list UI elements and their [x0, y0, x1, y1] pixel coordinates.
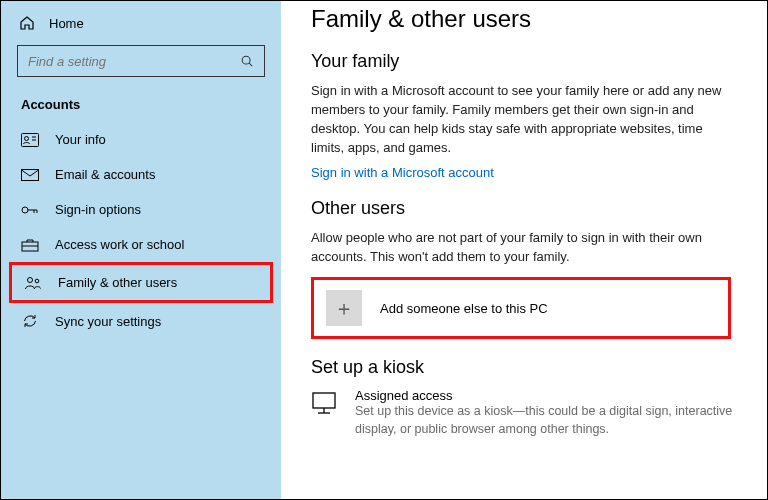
assigned-access-subtitle: Set up this device as a kiosk—this could…: [355, 403, 737, 438]
kiosk-heading: Set up a kiosk: [311, 357, 737, 378]
search-icon: [240, 54, 254, 68]
sidebar-item-sync[interactable]: Sync your settings: [9, 303, 273, 339]
home-link[interactable]: Home: [9, 11, 273, 39]
sidebar-item-email-accounts[interactable]: Email & accounts: [9, 157, 273, 192]
plus-icon: ＋: [326, 290, 362, 326]
family-heading: Your family: [311, 51, 737, 72]
sidebar-item-label: Email & accounts: [55, 167, 155, 182]
sidebar-item-label: Family & other users: [58, 275, 177, 290]
sidebar-item-work-school[interactable]: Access work or school: [9, 227, 273, 262]
kiosk-monitor-icon: [311, 388, 337, 416]
briefcase-icon: [21, 238, 39, 252]
svg-point-3: [25, 136, 29, 140]
sidebar-item-signin-options[interactable]: Sign-in options: [9, 192, 273, 227]
svg-point-14: [35, 279, 39, 283]
assigned-access-title: Assigned access: [355, 388, 737, 403]
signin-link[interactable]: Sign in with a Microsoft account: [311, 165, 494, 180]
search-input-container[interactable]: [17, 45, 265, 77]
key-icon: [21, 204, 39, 216]
mail-icon: [21, 169, 39, 181]
add-someone-label: Add someone else to this PC: [380, 301, 548, 316]
search-input[interactable]: [28, 54, 240, 69]
page-title: Family & other users: [311, 5, 737, 33]
svg-rect-6: [22, 169, 39, 180]
sidebar-item-label: Access work or school: [55, 237, 184, 252]
sidebar-nav: Your info Email & accounts Sign-in optio…: [9, 122, 273, 339]
add-someone-button[interactable]: ＋ Add someone else to this PC: [311, 277, 731, 339]
svg-point-13: [28, 277, 33, 282]
other-users-description: Allow people who are not part of your fa…: [311, 229, 731, 267]
people-icon: [24, 276, 42, 290]
svg-point-7: [22, 207, 28, 213]
sync-icon: [21, 313, 39, 329]
home-label: Home: [49, 16, 84, 31]
sidebar-item-label: Sync your settings: [55, 314, 161, 329]
sidebar-item-label: Sign-in options: [55, 202, 141, 217]
family-description: Sign in with a Microsoft account to see …: [311, 82, 731, 157]
home-icon: [19, 15, 35, 31]
svg-point-0: [242, 56, 250, 64]
sidebar-item-your-info[interactable]: Your info: [9, 122, 273, 157]
assigned-access-item[interactable]: Assigned access Set up this device as a …: [311, 388, 737, 438]
settings-sidebar: Home Accounts Your info Email & accounts: [1, 1, 281, 499]
person-card-icon: [21, 133, 39, 147]
main-content: Family & other users Your family Sign in…: [281, 1, 767, 499]
sidebar-section-label: Accounts: [9, 87, 273, 116]
sidebar-item-family-users[interactable]: Family & other users: [9, 262, 273, 303]
other-users-heading: Other users: [311, 198, 737, 219]
sidebar-item-label: Your info: [55, 132, 106, 147]
svg-rect-15: [313, 393, 335, 408]
svg-line-1: [249, 63, 252, 66]
